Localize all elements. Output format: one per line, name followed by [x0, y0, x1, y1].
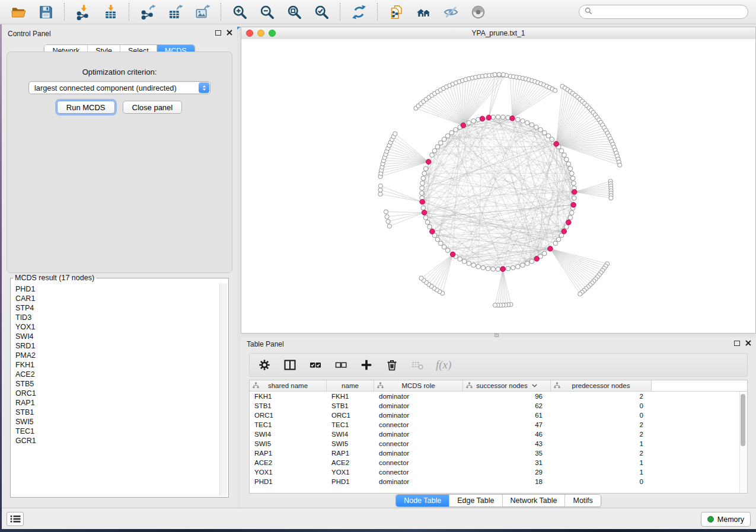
zoom-out-icon — [259, 4, 275, 20]
cell-successor-nodes: 96 — [463, 393, 551, 400]
cell-name: SWI4 — [327, 431, 374, 438]
optimization-criterion-select[interactable]: largest connected component (undirected) — [28, 81, 210, 94]
network-canvas[interactable] — [241, 39, 755, 333]
add-row-button[interactable] — [359, 358, 374, 372]
search-input[interactable] — [596, 7, 742, 17]
table-row[interactable]: YOX1YOX1connector291 — [250, 467, 747, 477]
columns-button[interactable] — [283, 358, 297, 372]
zoom-out-button[interactable] — [258, 3, 276, 21]
table-row[interactable]: ORC1ORC1dominator610 — [250, 411, 747, 420]
memory-button[interactable]: Memory — [701, 512, 751, 527]
mcds-result-item[interactable]: TEC1 — [12, 427, 219, 436]
save-button[interactable] — [37, 3, 55, 21]
cell-successor-nodes: 61 — [463, 412, 551, 419]
deselect-all-button[interactable] — [334, 358, 348, 372]
float-table-panel-button[interactable] — [734, 341, 740, 346]
export-network-button[interactable] — [139, 3, 157, 21]
hide-button[interactable] — [442, 3, 460, 21]
mcds-result-item[interactable]: PHD1 — [12, 284, 219, 294]
result-list-scrollbar[interactable] — [219, 283, 227, 496]
mcds-result-item[interactable]: STB5 — [12, 379, 219, 389]
cell-successor-nodes: 43 — [463, 440, 551, 447]
import-network-icon — [75, 4, 91, 20]
select-all-button[interactable] — [308, 358, 323, 372]
table-header-row: shared namenameMCDS rolesuccessor nodesp… — [250, 380, 747, 392]
mcds-result-item[interactable]: RAP1 — [12, 398, 219, 408]
mcds-result-item[interactable]: ORC1 — [12, 389, 219, 398]
table-row[interactable]: TEC1TEC1connector472 — [250, 420, 747, 430]
zoom-fit-button[interactable] — [285, 3, 303, 21]
columns-icon — [283, 364, 296, 373]
table-row[interactable]: SWI5SWI5connector431 — [250, 439, 747, 448]
open-folder-icon — [10, 4, 27, 20]
export-network-icon — [139, 4, 156, 20]
cell-shared-name: FKH1 — [250, 393, 327, 400]
tab-motifs[interactable]: Motifs — [564, 495, 600, 507]
optimization-criterion-label: Optimization criterion: — [7, 68, 232, 76]
export-image-button[interactable] — [193, 3, 211, 21]
import-table-icon — [102, 4, 119, 20]
table-scrollbar[interactable] — [739, 392, 747, 492]
mcds-result-item[interactable]: ACE2 — [12, 370, 219, 379]
gear-button[interactable] — [257, 358, 272, 372]
show-button[interactable] — [469, 3, 487, 21]
import-network-button[interactable] — [74, 3, 92, 21]
cell-shared-name: ORC1 — [250, 412, 327, 419]
tab-network-table[interactable]: Network Table — [502, 495, 565, 507]
delete-row-button[interactable] — [385, 358, 399, 372]
column-header-mcds-role[interactable]: MCDS role — [374, 380, 463, 391]
mcds-result-item[interactable]: PMA2 — [12, 351, 219, 360]
mcds-result-item[interactable]: SRD1 — [12, 341, 219, 351]
open-folder-button[interactable] — [9, 3, 27, 21]
export-table-button[interactable] — [166, 3, 184, 21]
cell-predecessor-nodes: 1 — [551, 469, 652, 476]
close-panel-action-button[interactable]: Close panel — [123, 101, 183, 114]
mcds-result-item[interactable]: FKH1 — [12, 360, 219, 370]
close-table-panel-button[interactable] — [745, 340, 751, 346]
table-row[interactable]: FKH1FKH1dominator962 — [250, 392, 747, 401]
refresh-button[interactable] — [350, 3, 368, 21]
network-view-window: YPA_prune.txt_1 — [241, 27, 756, 334]
search-box[interactable] — [579, 5, 748, 19]
tab-edge-table[interactable]: Edge Table — [449, 495, 502, 507]
mcds-result-item[interactable]: SWI4 — [12, 332, 219, 341]
column-header-successor-nodes[interactable]: successor nodes — [463, 380, 551, 391]
column-header-predecessor-nodes[interactable]: predecessor nodes — [551, 380, 652, 391]
import-table-button[interactable] — [101, 3, 119, 21]
run-mcds-button[interactable]: Run MCDS — [57, 101, 115, 114]
networks-home-button[interactable] — [414, 3, 432, 21]
zoom-selected-button[interactable] — [312, 3, 330, 21]
table-row[interactable]: STB1STB1dominator620 — [250, 401, 747, 411]
float-panel-button[interactable] — [215, 30, 221, 36]
shared-column-icon — [377, 382, 384, 389]
toolbar-group — [129, 3, 221, 21]
tab-node-table[interactable]: Node Table — [396, 495, 449, 507]
delete-table-icon — [411, 364, 424, 373]
cell-shared-name: STB1 — [250, 402, 327, 409]
table-row[interactable]: PHD1PHD1dominator180 — [250, 477, 747, 486]
table-scrollbar-thumb[interactable] — [741, 394, 745, 446]
mcds-result-item[interactable]: CAR1 — [12, 294, 219, 303]
close-panel-button[interactable] — [227, 30, 232, 36]
column-label: predecessor nodes — [572, 382, 630, 389]
table-row[interactable]: RAP1RAP1dominator352 — [250, 448, 747, 458]
desktop-wallpaper-bottom-strip — [0, 529, 756, 532]
toolbar-group — [65, 3, 129, 21]
mcds-result-item[interactable]: STB1 — [12, 408, 219, 417]
mcds-result-item[interactable]: STP4 — [12, 303, 219, 313]
mcds-result-item[interactable]: SWI5 — [12, 417, 219, 427]
zoom-selected-icon — [313, 4, 330, 20]
mcds-result-item[interactable]: TID3 — [12, 313, 219, 322]
mcds-result-item[interactable]: YOX1 — [12, 322, 219, 332]
column-header-name[interactable]: name — [327, 380, 374, 391]
zoom-in-button[interactable] — [231, 3, 248, 21]
mcds-result-list[interactable]: PHD1CAR1STP4TID3YOX1SWI4SRD1PMA2FKH1ACE2… — [12, 283, 219, 496]
duplicate-network-button[interactable] — [387, 3, 405, 21]
column-header-shared-name[interactable]: shared name — [250, 380, 327, 391]
table-row[interactable]: SWI4SWI4dominator462 — [250, 430, 747, 439]
task-history-button[interactable] — [7, 512, 24, 526]
table-row[interactable]: ACE2ACE2connector311 — [250, 458, 747, 467]
cell-shared-name: SWI5 — [250, 440, 327, 447]
shared-column-icon — [466, 382, 473, 389]
mcds-result-item[interactable]: GCR1 — [12, 436, 219, 446]
